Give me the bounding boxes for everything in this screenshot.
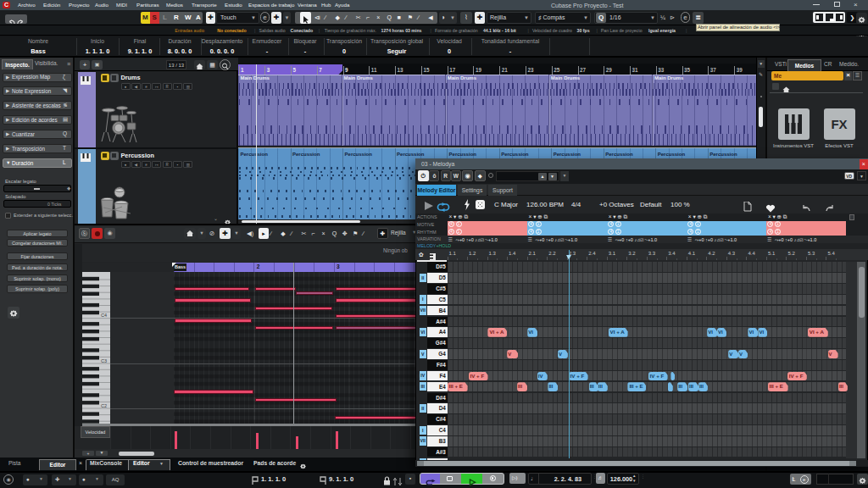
svg-text:C3: C3 [101, 358, 107, 363]
svg-text:C2: C2 [101, 402, 107, 408]
svg-text:C4: C4 [101, 313, 107, 318]
